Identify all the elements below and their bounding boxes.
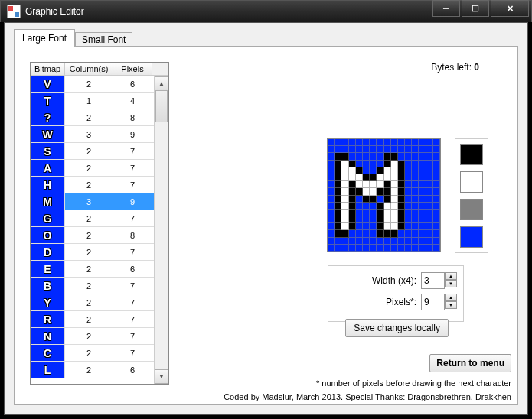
pixel[interactable] <box>328 216 335 223</box>
pixel[interactable] <box>370 174 377 181</box>
pixel[interactable] <box>356 238 363 245</box>
pixel[interactable] <box>370 139 377 146</box>
pixel[interactable] <box>377 153 383 160</box>
pixel[interactable] <box>384 146 391 153</box>
pixel[interactable] <box>335 238 341 245</box>
pixel[interactable] <box>370 210 377 216</box>
pixel[interactable] <box>426 216 433 223</box>
pixel[interactable] <box>433 203 440 210</box>
scroll-down-icon[interactable]: ▼ <box>155 369 168 384</box>
pixel[interactable] <box>419 230 426 237</box>
pixel[interactable] <box>384 245 391 252</box>
pixel[interactable] <box>426 210 433 216</box>
pixel[interactable] <box>363 223 370 230</box>
save-button[interactable]: Save changes locally <box>345 319 449 337</box>
pixel[interactable] <box>328 203 335 210</box>
pixel[interactable] <box>349 188 356 195</box>
pixel[interactable] <box>328 174 335 181</box>
pixel[interactable] <box>405 216 412 223</box>
pixel[interactable] <box>363 245 370 252</box>
pixel[interactable] <box>433 139 440 146</box>
pixel[interactable] <box>341 230 348 237</box>
pixel[interactable] <box>363 161 370 167</box>
pixel[interactable] <box>426 188 433 195</box>
pixel[interactable] <box>412 188 419 195</box>
pixel[interactable] <box>419 181 426 188</box>
pixel[interactable] <box>398 167 405 174</box>
pixel[interactable] <box>335 161 341 167</box>
pixel[interactable] <box>426 153 433 160</box>
pixel[interactable] <box>363 196 370 203</box>
pixel[interactable] <box>391 203 398 210</box>
pixel[interactable] <box>356 223 363 230</box>
pixel[interactable] <box>384 210 391 216</box>
pixel[interactable] <box>349 146 356 153</box>
pixel[interactable] <box>426 161 433 167</box>
pixel[interactable] <box>391 188 398 195</box>
pixel[interactable] <box>377 181 383 188</box>
pixel[interactable] <box>419 238 426 245</box>
pixel[interactable] <box>370 181 377 188</box>
col-header-bitmap[interactable]: Bitmap <box>31 63 65 75</box>
pixel[interactable] <box>328 230 335 237</box>
pixel[interactable] <box>335 174 341 181</box>
pixel[interactable] <box>419 223 426 230</box>
pixel[interactable] <box>384 174 391 181</box>
pixel[interactable] <box>391 174 398 181</box>
table-row[interactable]: S27 <box>31 143 168 160</box>
pixel[interactable] <box>377 196 383 203</box>
pixel[interactable] <box>391 245 398 252</box>
table-row[interactable]: Y27 <box>31 294 168 311</box>
table-row[interactable]: B27 <box>31 278 168 294</box>
pixel[interactable] <box>349 153 356 160</box>
pixel[interactable] <box>391 230 398 237</box>
pixel[interactable] <box>426 223 433 230</box>
pixel[interactable] <box>419 167 426 174</box>
pixel[interactable] <box>419 146 426 153</box>
pixel[interactable] <box>433 196 440 203</box>
pixel[interactable] <box>328 196 335 203</box>
pixel[interactable] <box>412 153 419 160</box>
pixel[interactable] <box>356 203 363 210</box>
pixel[interactable] <box>384 216 391 223</box>
pixel[interactable] <box>391 210 398 216</box>
pixel[interactable] <box>341 210 348 216</box>
pixel[interactable] <box>370 203 377 210</box>
pixel[interactable] <box>405 188 412 195</box>
pixel[interactable] <box>433 146 440 153</box>
pixel[interactable] <box>433 188 440 195</box>
pixel[interactable] <box>341 203 348 210</box>
swatch-white[interactable] <box>460 171 483 193</box>
pixel[interactable] <box>335 245 341 252</box>
pixel[interactable] <box>391 216 398 223</box>
pixel[interactable] <box>398 181 405 188</box>
pixel[interactable] <box>398 210 405 216</box>
pixel[interactable] <box>433 161 440 167</box>
pixel[interactable] <box>412 174 419 181</box>
pixel[interactable] <box>433 167 440 174</box>
pixel[interactable] <box>384 153 391 160</box>
pixel[interactable] <box>412 203 419 210</box>
pixel[interactable] <box>433 230 440 237</box>
pixel[interactable] <box>377 210 383 216</box>
pixel[interactable] <box>398 153 405 160</box>
pixel[interactable] <box>384 238 391 245</box>
pixel[interactable] <box>356 216 363 223</box>
pixel[interactable] <box>405 161 412 167</box>
pixel[interactable] <box>349 139 356 146</box>
pixel[interactable] <box>412 238 419 245</box>
table-row[interactable]: L26 <box>31 362 168 378</box>
pixel[interactable] <box>370 245 377 252</box>
table-row[interactable]: T14 <box>31 93 168 109</box>
pixel[interactable] <box>377 230 383 237</box>
pixel[interactable] <box>349 174 356 181</box>
pixel[interactable] <box>377 238 383 245</box>
pixel[interactable] <box>426 245 433 252</box>
pixel[interactable] <box>349 238 356 245</box>
pixel[interactable] <box>356 245 363 252</box>
pixel[interactable] <box>405 181 412 188</box>
pixel[interactable] <box>341 216 348 223</box>
pixel[interactable] <box>363 153 370 160</box>
close-button[interactable]: ✕ <box>491 0 529 17</box>
pixel[interactable] <box>384 203 391 210</box>
